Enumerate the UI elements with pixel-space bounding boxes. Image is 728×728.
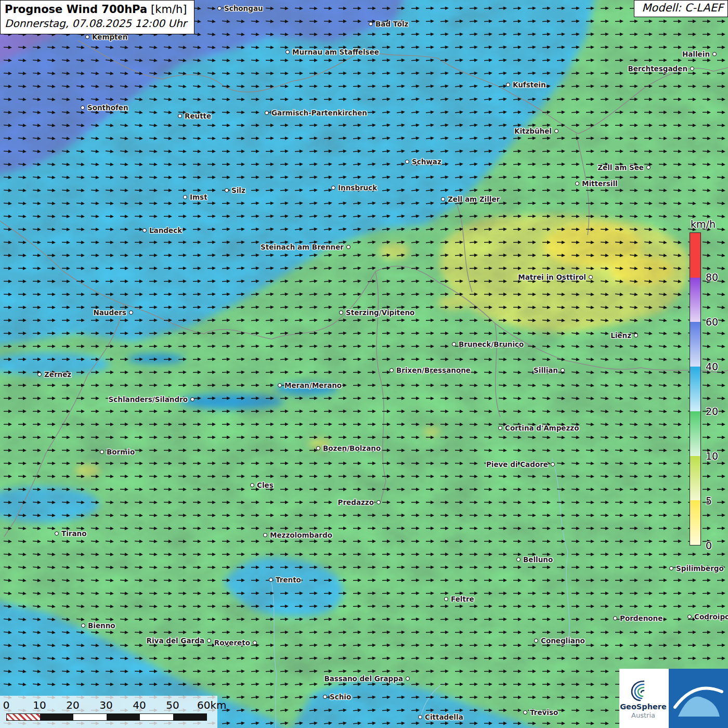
city-label: Bassano del Grappa	[324, 674, 403, 683]
legend-tick: 0	[706, 540, 712, 551]
map-title-text: Prognose Wind 700hPa	[5, 3, 147, 16]
city-dot	[516, 557, 521, 562]
city-label: Schongau	[224, 4, 263, 12]
scalebar-segment	[140, 714, 173, 720]
city-dot	[376, 500, 381, 504]
city-label: Pordenone	[620, 614, 662, 622]
city-dot	[269, 578, 273, 582]
scalebar-bar	[6, 713, 207, 721]
legend-class-20-40	[690, 367, 700, 411]
city-label: Trento	[276, 576, 301, 584]
city-dot	[506, 83, 510, 87]
map-title: Prognose Wind 700hPa[km/h]	[5, 3, 187, 17]
city-label: Bienno	[88, 621, 115, 630]
city-label: Imst	[190, 193, 207, 201]
city-label: Conegliano	[541, 636, 585, 645]
scalebar-label: 10	[33, 699, 46, 711]
city-label: Landeck	[149, 226, 182, 235]
city-label: Pieve di Cadore	[486, 460, 548, 469]
scalebar-labels: 0102030405060km	[0, 698, 217, 712]
city-dot	[418, 715, 422, 719]
scalebar-label: 0	[3, 699, 10, 711]
city-label: Codroipo	[694, 613, 728, 621]
city-label: Nauders	[93, 308, 126, 317]
city-dot	[183, 195, 187, 199]
map-title-unit: [km/h]	[151, 3, 187, 16]
city-dot	[100, 450, 104, 454]
city-dot	[346, 245, 350, 249]
city-label: Meran/Merano	[284, 381, 342, 389]
geosphere-country: Austria	[631, 711, 655, 719]
city-label: Bormio	[107, 448, 135, 456]
city-dot	[339, 310, 343, 315]
city-dot	[285, 50, 290, 54]
legend-class-0-5	[690, 500, 700, 545]
city-label: Steinach am Brenner	[261, 243, 344, 251]
scalebar-segment	[173, 714, 206, 720]
city-label: Mittersill	[582, 179, 618, 188]
map-scalebar: 0102030405060km	[0, 696, 217, 728]
city-dot	[712, 52, 717, 56]
city-dot	[441, 197, 445, 201]
city-dot	[265, 111, 269, 115]
city-dot	[81, 106, 85, 110]
legend-class-40-60	[690, 322, 700, 367]
geosphere-name: GeoSphere	[620, 703, 667, 711]
city-label: Cittadella	[425, 713, 463, 721]
city-dot	[253, 641, 257, 645]
branding-area: GeoSphere Austria	[619, 669, 728, 728]
map-datetime: Donnerstag, 07.08.2025 12:00 Uhr	[5, 17, 187, 30]
city-label: Matrei in Osttirol	[518, 273, 586, 281]
city-label: Berchtesgaden	[628, 64, 687, 73]
partner-logo-box	[669, 669, 728, 728]
city-label: Innsbruck	[338, 184, 377, 192]
city-label: Silz	[231, 186, 245, 194]
scalebar-segment	[7, 714, 40, 720]
city-dot	[81, 623, 85, 628]
city-label: Kufstein	[513, 81, 546, 89]
city-label: Predazzo	[338, 498, 374, 506]
city-dot	[575, 181, 579, 186]
city-dot	[405, 160, 409, 164]
city-dot	[534, 639, 538, 643]
city-dot	[589, 275, 593, 279]
city-dot	[554, 129, 558, 133]
legend-tick: 40	[706, 361, 718, 372]
city-label: Belluno	[523, 555, 553, 564]
city-dot	[646, 165, 651, 170]
city-dot	[217, 6, 222, 10]
model-label: Modell: C-LAEF	[634, 0, 728, 17]
city-label: Zell am Ziller	[448, 195, 500, 203]
city-label: Sillian	[534, 366, 558, 374]
geosphere-swirl-icon	[628, 678, 658, 702]
legend-tick: 5	[706, 495, 712, 506]
city-label: Brixen/Bressanone	[396, 366, 471, 374]
city-dot	[444, 597, 448, 601]
city-dot	[37, 372, 42, 376]
city-label: Kitzbühel	[514, 127, 552, 135]
city-label: Cles	[257, 481, 274, 489]
scalebar-label: 60km	[197, 699, 227, 711]
city-dot	[523, 710, 527, 714]
legend-tick: 10	[706, 450, 718, 462]
city-label: Schlanders/Silandro	[109, 395, 188, 404]
city-label: Bruneck/Brunico	[459, 340, 524, 348]
city-label: Feltre	[451, 595, 474, 603]
city-dot	[55, 531, 59, 536]
city-label: Rovereto	[214, 639, 250, 647]
city-dot	[129, 310, 133, 315]
legend-tick: 20	[706, 406, 718, 417]
city-dot	[190, 397, 194, 401]
scalebar-label: 20	[66, 699, 79, 711]
scalebar-segment	[73, 714, 107, 720]
city-dot	[323, 695, 327, 699]
city-dot	[634, 333, 638, 337]
city-dot	[389, 368, 394, 372]
city-dot	[331, 186, 335, 190]
city-label: Mezzolombardo	[270, 531, 332, 539]
city-dot	[250, 483, 254, 487]
legend-class-over-80	[690, 233, 700, 278]
city-dot	[142, 228, 147, 232]
city-label: Garmisch-Partenkirchen	[271, 109, 367, 117]
city-label: Riva del Garda	[147, 636, 204, 645]
